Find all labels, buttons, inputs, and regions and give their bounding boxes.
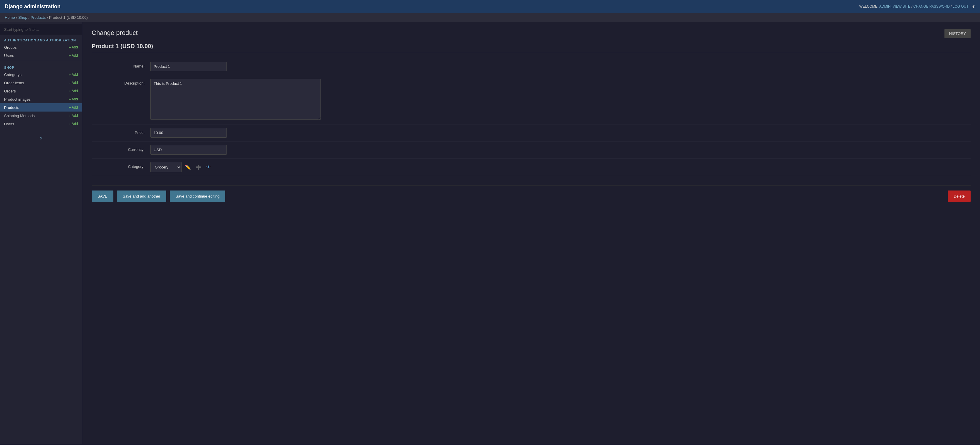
form-label-description: Description:	[92, 79, 150, 86]
sidebar-item-productimages-label: Product images	[4, 97, 68, 101]
sidebar-item-orderitems-add-label: Add	[72, 81, 78, 85]
sidebar-section-auth: AUTHENTICATION AND AUTHORIZATION	[0, 35, 82, 43]
save-and-add-button[interactable]: Save and add another	[117, 190, 166, 202]
sidebar-item-groups[interactable]: Groups + Add	[0, 43, 82, 51]
sidebar-item-products-add[interactable]: + Add	[68, 105, 78, 110]
sidebar-item-shippingmethods-label: Shipping Methods	[4, 114, 68, 118]
form-row-name: Name:	[92, 58, 970, 75]
sidebar-item-products-label: Products	[4, 105, 68, 110]
form-row-price: Price:	[92, 125, 970, 141]
sidebar-item-orderitems-label: Order items	[4, 81, 68, 85]
currency-input[interactable]	[150, 145, 227, 155]
sidebar-section-shop: SHOP	[0, 62, 82, 70]
sidebar-item-orderitems-add[interactable]: + Add	[68, 81, 78, 85]
brand-title: Django administration	[5, 3, 60, 10]
collapse-icon: «	[39, 135, 42, 141]
sidebar-item-users-auth[interactable]: Users + Add	[0, 51, 82, 60]
form-field-price	[150, 128, 385, 138]
username: ADMIN	[879, 5, 891, 8]
sidebar-item-categorys-label: Categorys	[4, 73, 68, 77]
header: Django administration WELCOME, ADMIN. VI…	[0, 0, 980, 13]
form-label-price: Price:	[92, 128, 150, 135]
sidebar-item-groups-add[interactable]: + Add	[68, 45, 78, 50]
sidebar-item-shippingmethods-add[interactable]: + Add	[68, 113, 78, 118]
sidebar: AUTHENTICATION AND AUTHORIZATION Groups …	[0, 22, 82, 444]
form-field-name	[150, 62, 385, 71]
sidebar-divider	[0, 61, 82, 61]
breadcrumb-current: Product 1 (USD 10.00)	[49, 15, 88, 20]
page-title: Change product	[92, 29, 138, 37]
sidebar-item-categorys-add-label: Add	[72, 73, 78, 77]
name-input[interactable]	[150, 62, 227, 71]
sidebar-item-groups-label: Groups	[4, 45, 68, 50]
breadcrumb-home[interactable]: Home	[5, 15, 15, 20]
sidebar-item-shippingmethods[interactable]: Shipping Methods + Add	[0, 112, 82, 120]
sidebar-item-orders-add-label: Add	[72, 89, 78, 93]
log-out-link[interactable]: LOG OUT	[953, 5, 969, 8]
user-tools: WELCOME, ADMIN. VIEW SITE / CHANGE PASSW…	[859, 5, 975, 8]
sidebar-filter-input[interactable]	[0, 24, 82, 35]
save-button[interactable]: SAVE	[92, 190, 113, 202]
price-input[interactable]	[150, 128, 227, 138]
sidebar-item-productimages[interactable]: Product images + Add	[0, 95, 82, 103]
breadcrumb-shop[interactable]: Shop	[18, 15, 27, 20]
sidebar-item-groups-add-label: Add	[72, 45, 78, 49]
sidebar-item-categorys-add[interactable]: + Add	[68, 72, 78, 77]
submit-row: SAVE Save and add another Save and conti…	[92, 185, 970, 202]
sidebar-item-users-shop[interactable]: Users + Add	[0, 120, 82, 128]
form-row-description: Description: This is Product 1	[92, 75, 970, 125]
breadcrumb-products[interactable]: Products	[30, 15, 46, 20]
plus-icon: +	[68, 53, 71, 58]
sidebar-item-users-shop-label: Users	[4, 122, 68, 126]
category-row: Grocery Electronics Clothing Food ✏️ ➕ 👁	[150, 162, 385, 172]
form-row-category: Category: Grocery Electronics Clothing F…	[92, 158, 970, 176]
plus-icon: +	[68, 89, 71, 93]
category-select[interactable]: Grocery Electronics Clothing Food	[150, 162, 181, 172]
breadcrumb: Home › Shop › Products › Product 1 (USD …	[0, 13, 980, 22]
category-view-button[interactable]: 👁	[205, 165, 212, 170]
content-header: Change product HISTORY	[92, 29, 970, 38]
category-edit-button[interactable]: ✏️	[184, 165, 192, 170]
plus-icon: +	[68, 105, 71, 110]
description-textarea[interactable]: This is Product 1	[150, 79, 321, 120]
welcome-prefix: WELCOME,	[859, 5, 878, 8]
sidebar-item-orders-add[interactable]: + Add	[68, 89, 78, 93]
sidebar-item-products-add-label: Add	[72, 105, 78, 109]
main-layout: AUTHENTICATION AND AUTHORIZATION Groups …	[0, 22, 980, 444]
sidebar-item-users-shop-add-label: Add	[72, 122, 78, 126]
plus-icon: +	[68, 45, 71, 50]
site-branding: Django administration	[5, 3, 60, 10]
form-label-name: Name:	[92, 62, 150, 68]
category-add-button[interactable]: ➕	[194, 165, 203, 170]
sidebar-item-users-shop-add[interactable]: + Add	[68, 122, 78, 126]
sidebar-item-categorys[interactable]: Categorys + Add	[0, 70, 82, 79]
plus-icon: +	[68, 72, 71, 77]
form-field-category: Grocery Electronics Clothing Food ✏️ ➕ 👁	[150, 162, 385, 172]
sidebar-collapse-button[interactable]: «	[0, 133, 82, 144]
sidebar-item-orders-label: Orders	[4, 89, 68, 93]
sidebar-item-products[interactable]: Products + Add	[0, 103, 82, 112]
change-form: Name: Description: This is Product 1 Pri…	[92, 58, 970, 176]
form-field-currency	[150, 145, 385, 155]
sidebar-item-orders[interactable]: Orders + Add	[0, 87, 82, 95]
sidebar-item-productimages-add[interactable]: + Add	[68, 97, 78, 101]
sidebar-item-orderitems[interactable]: Order items + Add	[0, 79, 82, 87]
sidebar-item-users-auth-add[interactable]: + Add	[68, 53, 78, 58]
history-button[interactable]: HISTORY	[945, 29, 970, 38]
object-title: Product 1 (USD 10.00)	[92, 43, 970, 52]
plus-icon: +	[68, 122, 71, 126]
plus-icon: +	[68, 97, 71, 101]
form-label-currency: Currency:	[92, 145, 150, 152]
change-password-link[interactable]: CHANGE PASSWORD	[913, 5, 950, 8]
theme-toggle-icon[interactable]: ◐	[972, 5, 975, 8]
sidebar-item-users-auth-add-label: Add	[72, 54, 78, 57]
delete-button[interactable]: Delete	[948, 190, 970, 202]
form-field-description: This is Product 1	[150, 79, 385, 120]
sidebar-item-productimages-add-label: Add	[72, 97, 78, 101]
form-row-currency: Currency:	[92, 141, 970, 158]
view-site-link[interactable]: VIEW SITE	[892, 5, 910, 8]
save-and-continue-button[interactable]: Save and continue editing	[170, 190, 226, 202]
main-content: Change product HISTORY Product 1 (USD 10…	[82, 22, 980, 444]
form-label-category: Category:	[92, 162, 150, 169]
plus-icon: +	[68, 81, 71, 85]
